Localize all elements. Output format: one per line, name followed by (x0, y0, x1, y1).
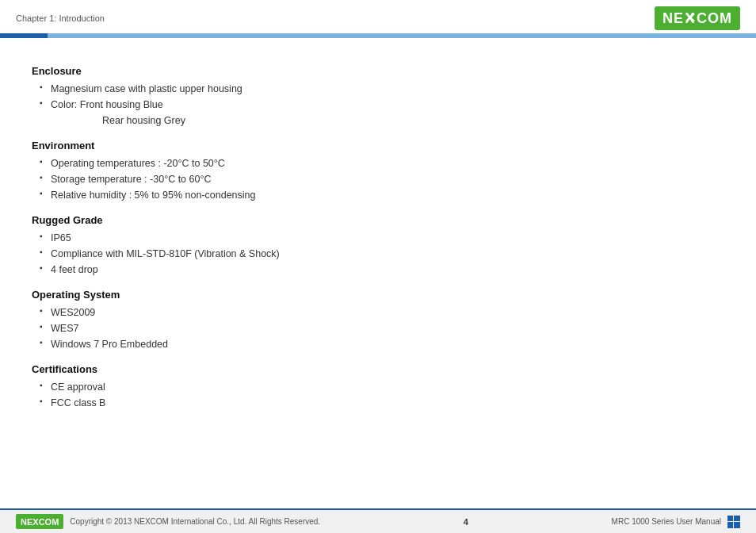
list-item: CE approval (40, 379, 724, 395)
page-footer: NEXCOM Copyright © 2013 NEXCOM Internati… (0, 508, 756, 533)
footer-grid-icon (727, 516, 740, 528)
operating-system-list: WES2009 WES7 Windows 7 Pro Embedded (32, 305, 724, 352)
icon-cell (734, 516, 740, 522)
footer-left: NEXCOM Copyright © 2013 NEXCOM Internati… (16, 514, 320, 529)
section-title-environment: Environment (32, 140, 724, 151)
nexcom-logo: NE✕XCOM (655, 6, 740, 30)
list-item: Color: Front housing Blue Rear housing G… (40, 97, 724, 128)
list-item: Compliance with MIL-STD-810F (Vibration … (40, 246, 724, 262)
footer-logo-text: NEXCOM (21, 517, 59, 527)
list-item: Relative humidity : 5% to 95% non-conden… (40, 187, 724, 203)
page-header: Chapter 1: Introduction NE✕XCOM (0, 0, 756, 33)
enclosure-list: Magnesium case with plastic upper housin… (32, 81, 724, 128)
environment-list: Operating temperatures : -20°C to 50°C S… (32, 155, 724, 203)
icon-cell (727, 516, 734, 522)
footer-logo: NEXCOM (16, 514, 63, 529)
sub-indent-text: Rear housing Grey (51, 113, 724, 128)
list-item: 4 feet drop (40, 262, 724, 278)
list-item: WES7 (40, 320, 724, 336)
section-title-certifications: Certifications (32, 363, 724, 375)
list-item: Windows 7 Pro Embedded (40, 336, 724, 352)
list-item: WES2009 (40, 305, 724, 320)
footer-right: MRC 1000 Series User Manual (612, 516, 740, 528)
section-title-operating-system: Operating System (32, 289, 724, 301)
footer-copyright: Copyright © 2013 NEXCOM International Co… (70, 517, 320, 526)
logo-text: NE✕XCOM (662, 10, 732, 27)
footer-manual-title: MRC 1000 Series User Manual (612, 517, 721, 526)
main-content: Enclosure Magnesium case with plastic up… (0, 38, 756, 430)
certifications-list: CE approval FCC class B (32, 379, 724, 411)
rugged-grade-list: IP65 Compliance with MIL-STD-810F (Vibra… (32, 230, 724, 278)
footer-page-number: 4 (464, 517, 468, 527)
list-item: Magnesium case with plastic upper housin… (40, 81, 724, 97)
list-item: Storage temperature : -30°C to 60°C (40, 171, 724, 187)
section-title-rugged-grade: Rugged Grade (32, 214, 724, 226)
list-item: Operating temperatures : -20°C to 50°C (40, 155, 724, 171)
icon-cell (734, 522, 740, 528)
list-item: FCC class B (40, 395, 724, 411)
chapter-label: Chapter 1: Introduction (16, 13, 105, 23)
icon-cell (727, 522, 734, 528)
list-item: IP65 (40, 230, 724, 246)
section-title-enclosure: Enclosure (32, 65, 724, 77)
